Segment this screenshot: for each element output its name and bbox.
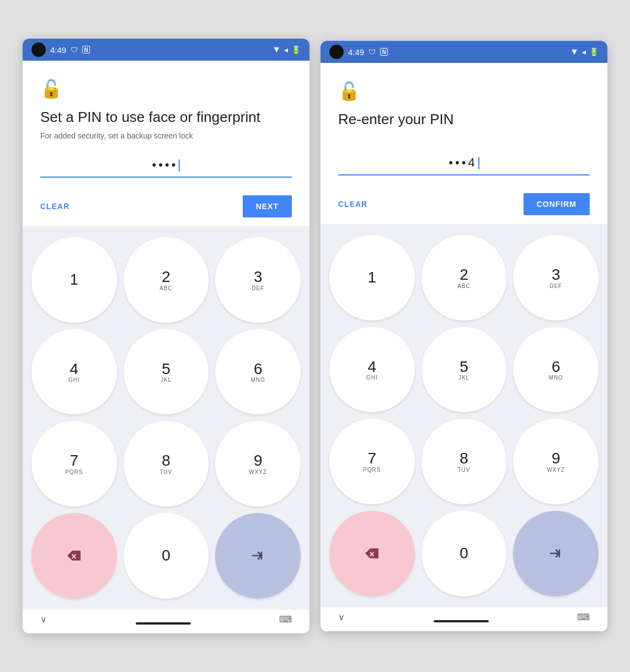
actions-row-1: CLEAR NEXT bbox=[40, 182, 292, 217]
pin-value-1: •••• bbox=[152, 158, 178, 172]
status-time-1: 4:49 bbox=[50, 45, 66, 55]
notification-icon-2: N bbox=[380, 48, 388, 56]
key-6-1[interactable]: 6MNO bbox=[215, 329, 301, 415]
pin-input-area-2: •••4 bbox=[338, 156, 590, 175]
wifi-icon-1: ▼ bbox=[272, 45, 281, 55]
key-8-2[interactable]: 8TUV bbox=[421, 419, 507, 504]
pin-input-area-1: •••• bbox=[40, 158, 292, 178]
backspace-icon-1 bbox=[67, 551, 81, 561]
page-title-1: Set a PIN to use face or fingerprint bbox=[40, 108, 292, 127]
status-left-1: 4:49 🛡 N bbox=[31, 42, 90, 57]
backspace-icon-2 bbox=[365, 548, 378, 558]
signal-icon-1: ◂ bbox=[284, 45, 288, 54]
key-7-1[interactable]: 7PQRS bbox=[31, 421, 117, 506]
key-6-2[interactable]: 6MNO bbox=[513, 327, 599, 413]
actions-row-2: CLEAR CONFIRM bbox=[338, 180, 590, 215]
pin-display-1: •••• bbox=[40, 158, 292, 178]
key-5-1[interactable]: 5JKL bbox=[124, 329, 209, 415]
next-button-1[interactable]: NEXT bbox=[243, 195, 292, 217]
phone-frame-1: 4:49 🛡 N ▼ ◂ 🔋 🔓 Set a PIN to use face o… bbox=[23, 39, 309, 633]
key-8-1[interactable]: 8TUV bbox=[124, 421, 209, 506]
content-area-1: 🔓 Set a PIN to use face or fingerprint F… bbox=[23, 61, 309, 226]
cursor-1 bbox=[179, 159, 180, 172]
lock-icon-2: 🔓 bbox=[338, 81, 590, 102]
key-0-1[interactable]: 0 bbox=[124, 513, 209, 599]
keypad-grid-1: 1 2ABC 3DEF 4GHI 5JKL 6MNO 7PQRS 8TUV 9W… bbox=[31, 237, 301, 599]
enter-icon-2 bbox=[548, 548, 564, 559]
wifi-icon-2: ▼ bbox=[570, 47, 579, 57]
battery-icon-2: 🔋 bbox=[589, 47, 599, 56]
enter-icon-1 bbox=[250, 550, 266, 561]
keypad-grid-2: 1 2ABC 3DEF 4GHI 5JKL 6MNO 7PQRS 8TUV 9W… bbox=[329, 235, 599, 596]
delete-key-2[interactable] bbox=[329, 511, 415, 596]
notification-icon-1: N bbox=[82, 46, 90, 54]
nav-bar-2: ∨ ⌨ bbox=[321, 607, 607, 631]
phone-frame-2: 4:49 🛡 N ▼ ◂ 🔋 🔓 Re-enter your PIN •••4 … bbox=[321, 41, 607, 631]
keypad-area-1: 1 2ABC 3DEF 4GHI 5JKL 6MNO 7PQRS 8TUV 9W… bbox=[23, 226, 309, 610]
lock-icon-1: 🔓 bbox=[40, 78, 292, 99]
keyboard-icon-2[interactable]: ⌨ bbox=[577, 612, 590, 622]
clear-button-2[interactable]: CLEAR bbox=[338, 195, 367, 213]
camera-indicator-1 bbox=[31, 42, 46, 57]
key-4-2[interactable]: 4GHI bbox=[329, 327, 415, 413]
status-right-1: ▼ ◂ 🔋 bbox=[272, 45, 301, 55]
home-indicator-2 bbox=[434, 620, 489, 622]
key-2-2[interactable]: 2ABC bbox=[421, 235, 507, 321]
key-0-2[interactable]: 0 bbox=[421, 511, 507, 596]
nav-bar-1: ∨ ⌨ bbox=[23, 610, 309, 633]
chevron-down-icon-1[interactable]: ∨ bbox=[40, 614, 47, 625]
shield-icon-2: 🛡 bbox=[369, 48, 376, 56]
key-9-2[interactable]: 9WXYZ bbox=[513, 419, 599, 504]
confirm-button[interactable]: CONFIRM bbox=[524, 193, 590, 215]
status-bar-1: 4:49 🛡 N ▼ ◂ 🔋 bbox=[23, 39, 309, 61]
shield-icon-1: 🛡 bbox=[71, 46, 78, 54]
key-1-1[interactable]: 1 bbox=[31, 237, 117, 323]
page-subtitle-1: For added security, set a backup screen … bbox=[40, 131, 292, 140]
key-9-1[interactable]: 9WXYZ bbox=[215, 421, 301, 506]
key-3-1[interactable]: 3DEF bbox=[215, 237, 301, 323]
key-7-2[interactable]: 7PQRS bbox=[329, 419, 415, 504]
home-indicator-1 bbox=[136, 622, 191, 625]
key-1-2[interactable]: 1 bbox=[329, 235, 415, 321]
chevron-down-icon-2[interactable]: ∨ bbox=[338, 612, 345, 622]
enter-key-2[interactable] bbox=[513, 511, 599, 596]
battery-icon-1: 🔋 bbox=[291, 45, 301, 54]
key-2-1[interactable]: 2ABC bbox=[124, 237, 209, 323]
status-time-2: 4:49 bbox=[348, 47, 364, 57]
cursor-2 bbox=[478, 157, 479, 169]
key-5-2[interactable]: 5JKL bbox=[421, 327, 507, 413]
enter-key-1[interactable] bbox=[215, 513, 301, 599]
content-area-2: 🔓 Re-enter your PIN •••4 CLEAR CONFIRM bbox=[321, 63, 607, 224]
pin-value-2: •••4 bbox=[449, 156, 477, 169]
key-3-2[interactable]: 3DEF bbox=[513, 235, 599, 321]
page-title-2: Re-enter your PIN bbox=[338, 110, 590, 129]
keyboard-icon-1[interactable]: ⌨ bbox=[279, 614, 292, 625]
clear-button-1[interactable]: CLEAR bbox=[40, 198, 70, 215]
status-left-2: 4:49 🛡 N bbox=[329, 45, 388, 59]
camera-indicator-2 bbox=[329, 45, 344, 59]
keypad-area-2: 1 2ABC 3DEF 4GHI 5JKL 6MNO 7PQRS 8TUV 9W… bbox=[321, 224, 607, 607]
pin-display-2: •••4 bbox=[338, 156, 590, 175]
status-right-2: ▼ ◂ 🔋 bbox=[570, 47, 599, 57]
signal-icon-2: ◂ bbox=[582, 47, 586, 56]
delete-key-1[interactable] bbox=[31, 513, 117, 599]
status-bar-2: 4:49 🛡 N ▼ ◂ 🔋 bbox=[321, 41, 607, 63]
key-4-1[interactable]: 4GHI bbox=[31, 329, 117, 415]
